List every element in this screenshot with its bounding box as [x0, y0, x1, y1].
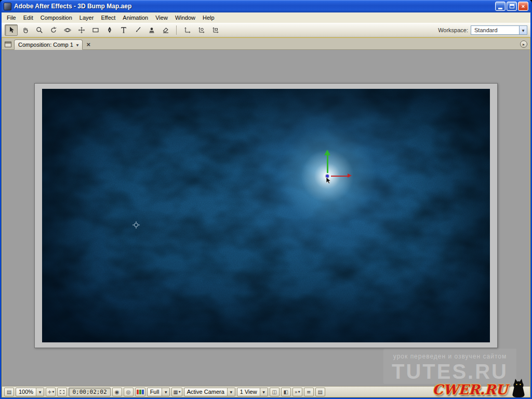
green-channel-icon: [139, 390, 141, 394]
minimize-button[interactable]: [495, 2, 506, 11]
minimize-icon: [498, 8, 502, 9]
cat-icon: [509, 377, 528, 397]
cwer-logo-text: CWER.RU: [432, 382, 508, 397]
chevron-down-icon[interactable]: ▼: [162, 388, 169, 396]
mask-rectangle-tool-icon: [91, 26, 100, 34]
timeline-icon: ≡: [307, 389, 311, 395]
resolution-value: Full: [148, 389, 162, 395]
view-axis-mode-button[interactable]: [209, 24, 222, 36]
snapshot-button[interactable]: ◉: [112, 388, 122, 396]
safe-areas-button[interactable]: + ▼: [46, 388, 56, 396]
local-axis-mode-button[interactable]: [181, 24, 194, 36]
workspace-label: Workspace:: [438, 27, 468, 33]
fast-preview-button[interactable]: » ▼: [292, 388, 302, 396]
eraser-tool-icon: [162, 26, 170, 34]
hand-tool[interactable]: [19, 24, 32, 36]
watermark-line: урок переведен и озвучен сайтом: [392, 353, 508, 360]
blue-channel-icon: [142, 390, 144, 394]
type-tool[interactable]: [117, 24, 130, 36]
cwer-logo: CWER.RU: [432, 377, 528, 397]
camera-value: Active Camera: [184, 389, 227, 395]
maximize-button[interactable]: [507, 2, 517, 11]
chevron-down-icon: ▼: [179, 390, 181, 393]
menu-item-help[interactable]: Help: [199, 14, 218, 22]
camera-dropdown[interactable]: Active Camera ▼: [184, 388, 235, 396]
flowchart-icon: ▤: [317, 389, 322, 395]
x-axis-arrowhead-icon: [348, 174, 352, 178]
view-axis-icon: [211, 26, 220, 34]
safe-areas-icon: +: [47, 389, 51, 395]
show-snapshot-icon: ◎: [126, 389, 131, 395]
menu-item-layer[interactable]: Layer: [76, 14, 98, 22]
menu-item-window[interactable]: Window: [171, 14, 199, 22]
menu-item-edit[interactable]: Edit: [20, 14, 37, 22]
brush-tool-icon: [134, 26, 142, 34]
tab-composition[interactable]: Composition: Comp 1 ▼: [14, 39, 83, 50]
light-spot: [42, 89, 490, 342]
grid-guides-button[interactable]: ▦ ▼: [171, 388, 182, 396]
region-of-interest-icon: [60, 390, 64, 394]
tab-dropdown-icon[interactable]: ▼: [76, 43, 79, 47]
y-axis-arrow: [327, 155, 328, 173]
menu-item-composition[interactable]: Composition: [37, 14, 76, 22]
menu-item-effect[interactable]: Effect: [97, 14, 119, 22]
snapshot-icon: ◉: [115, 389, 119, 395]
menu-item-view[interactable]: View: [152, 14, 171, 22]
show-snapshot-button[interactable]: ◎: [124, 388, 134, 396]
app-icon: [4, 3, 11, 10]
menu-item-animation[interactable]: Animation: [119, 14, 152, 22]
tab-close-icon[interactable]: ×: [86, 41, 90, 48]
composition-view-area: урок переведен и озвучен сайтом TUTES.RU: [2, 50, 530, 386]
selection-tool[interactable]: [5, 24, 18, 36]
chevron-down-icon: ▼: [298, 390, 300, 393]
world-axis-mode-button[interactable]: [195, 24, 208, 36]
menu-item-file[interactable]: File: [3, 14, 20, 22]
panel-menu-button[interactable]: ▸: [520, 41, 527, 48]
tab-label: Composition: Comp 1: [18, 42, 73, 48]
orbit-camera-tool[interactable]: [61, 24, 74, 36]
workspace-dropdown[interactable]: Standard ▼: [471, 25, 527, 35]
rotation-tool[interactable]: [47, 24, 60, 36]
pen-tool[interactable]: [103, 24, 116, 36]
toolbar-separator: [176, 25, 177, 35]
chevron-down-icon[interactable]: ▼: [227, 388, 235, 396]
window-title: Adobe After Effects - 3D Bump Map.aep: [14, 3, 493, 10]
selection-tool-icon: [7, 26, 16, 34]
pixel-aspect-button[interactable]: ◧: [281, 388, 291, 396]
menubar: File Edit Composition Layer Effect Anima…: [2, 12, 530, 23]
grid-icon: ▦: [173, 389, 178, 395]
clone-stamp-tool-icon: [148, 26, 156, 34]
chevron-down-icon[interactable]: ▼: [260, 388, 268, 396]
composition-viewport[interactable]: [42, 89, 490, 342]
magnification-value: 100%: [16, 389, 36, 395]
world-axis-icon: [197, 26, 206, 34]
channels-button[interactable]: [135, 388, 145, 396]
pan-behind-tool-icon: [77, 26, 86, 34]
chevron-down-icon: ▼: [52, 390, 55, 393]
pan-behind-tool[interactable]: [75, 24, 88, 36]
view-count-dropdown[interactable]: 1 View ▼: [237, 388, 268, 396]
brush-tool[interactable]: [131, 24, 144, 36]
view-layout-icon: ◫: [272, 389, 276, 395]
chevron-down-icon[interactable]: ▼: [519, 26, 527, 34]
zoom-tool-icon: [35, 26, 44, 34]
clone-stamp-tool[interactable]: [145, 24, 158, 36]
workspace-value: Standard: [471, 27, 519, 33]
pen-tool-icon: [105, 26, 114, 34]
panel-options-button[interactable]: ▤: [4, 388, 14, 396]
local-axis-icon: [183, 26, 192, 34]
mask-rectangle-tool[interactable]: [89, 24, 102, 36]
region-of-interest-button[interactable]: [57, 388, 67, 396]
view-layout-button[interactable]: ◫: [270, 388, 280, 396]
chevron-down-icon[interactable]: ▼: [36, 388, 44, 396]
zoom-tool[interactable]: [33, 24, 46, 36]
magnification-dropdown[interactable]: 100% ▼: [16, 388, 44, 396]
timeline-button[interactable]: ≡: [304, 388, 314, 396]
eraser-tool[interactable]: [159, 24, 172, 36]
red-channel-icon: [137, 390, 139, 394]
app-window: Adobe After Effects - 3D Bump Map.aep × …: [0, 0, 532, 399]
close-button[interactable]: ×: [518, 2, 528, 11]
resolution-dropdown[interactable]: Full ▼: [147, 388, 170, 396]
timecode-display[interactable]: 0;00;02;02: [69, 388, 110, 396]
flowchart-button[interactable]: ▤: [315, 388, 325, 396]
